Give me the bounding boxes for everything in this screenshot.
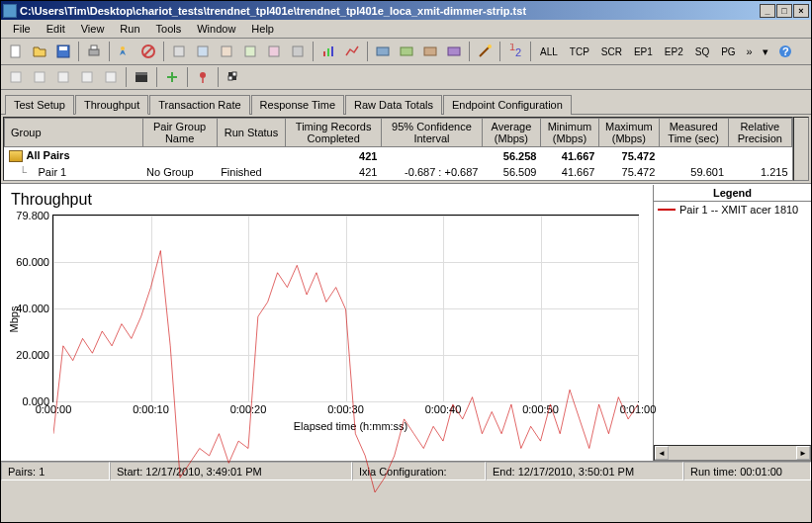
tab-transaction-rate[interactable]: Transaction Rate — [149, 95, 249, 115]
svg-rect-36 — [232, 72, 236, 76]
col-group[interactable]: Group — [5, 119, 143, 147]
tool-icon[interactable] — [29, 66, 50, 88]
svg-rect-11 — [245, 46, 255, 56]
results-grid[interactable]: Group Pair Group Name Run Status Timing … — [3, 117, 793, 181]
col-rel-precision[interactable]: Relative Precision — [728, 119, 791, 147]
chart-series-line — [53, 216, 638, 523]
toolbar-secondary — [1, 65, 811, 90]
svg-rect-4 — [91, 45, 97, 49]
table-row[interactable]: └Pair 1 No Group Finished 421 -0.687 : +… — [5, 164, 792, 180]
chart-icon[interactable] — [317, 41, 339, 62]
tab-raw-data-totals[interactable]: Raw Data Totals — [345, 95, 442, 115]
legend-item[interactable]: Pair 1 -- XMIT acer 1810 — [654, 202, 811, 218]
tool-icon[interactable] — [52, 66, 74, 88]
legend-color-swatch — [658, 209, 676, 211]
dropdown-icon[interactable]: ▾ — [759, 41, 772, 62]
menu-file[interactable]: File — [5, 21, 39, 37]
col-min[interactable]: Minimum (Mbps) — [540, 119, 598, 147]
tool-icon[interactable] — [263, 41, 285, 62]
col-pair-group[interactable]: Pair Group Name — [142, 119, 217, 147]
svg-line-7 — [144, 47, 152, 55]
run-icon[interactable] — [114, 41, 135, 62]
plus-icon[interactable] — [161, 66, 183, 88]
toolbar-main: 12 ALL TCP SCR EP1 EP2 SQ PG » ▾ ? — [1, 39, 811, 65]
svg-rect-32 — [135, 72, 147, 75]
legend-label: Pair 1 -- XMIT acer 1810 — [679, 204, 798, 216]
close-button[interactable]: × — [793, 4, 809, 18]
svg-text:2: 2 — [515, 46, 521, 58]
col-measured-time[interactable]: Measured Time (sec) — [659, 119, 728, 147]
chart-plot-area[interactable]: 0.00020.00040.00060.00079.8000:00:000:00… — [52, 215, 639, 402]
filter-ep1-button[interactable]: EP1 — [629, 41, 658, 62]
y-tick-label: 79.800 — [16, 210, 49, 221]
legend-title: Legend — [654, 185, 811, 202]
menu-tools[interactable]: Tools — [148, 21, 190, 37]
wizard-icon[interactable] — [474, 41, 496, 62]
svg-rect-14 — [323, 51, 325, 56]
filter-sq-button[interactable]: SQ — [690, 41, 714, 62]
svg-rect-2 — [59, 46, 67, 50]
svg-rect-31 — [135, 75, 147, 82]
flag-icon[interactable] — [223, 66, 244, 88]
help-icon[interactable]: ? — [774, 41, 796, 62]
col-confidence[interactable]: 95% Confidence Interval — [381, 119, 482, 147]
tool-icon[interactable] — [192, 41, 214, 62]
numbers-icon[interactable]: 12 — [504, 41, 526, 62]
tab-test-setup[interactable]: Test Setup — [5, 95, 74, 115]
tool-icon[interactable] — [168, 41, 190, 62]
print-icon[interactable] — [83, 41, 105, 62]
filter-all-button[interactable]: ALL — [535, 41, 563, 62]
menubar: File Edit View Run Tools Window Help — [1, 20, 811, 39]
col-timing-records[interactable]: Timing Records Completed — [286, 119, 382, 147]
svg-rect-19 — [424, 47, 436, 55]
chevron-icon[interactable]: » — [743, 41, 757, 62]
tab-response-time[interactable]: Response Time — [251, 95, 344, 115]
save-icon[interactable] — [52, 41, 74, 62]
filter-ep2-button[interactable]: EP2 — [660, 41, 688, 62]
maximize-button[interactable]: □ — [776, 4, 792, 18]
pin-icon[interactable] — [192, 66, 214, 88]
col-max[interactable]: Maximum (Mbps) — [598, 119, 659, 147]
svg-rect-37 — [228, 76, 232, 80]
export-icon[interactable] — [419, 41, 441, 62]
tool-icon[interactable] — [239, 41, 261, 62]
minimize-button[interactable]: _ — [760, 4, 775, 18]
legend-scrollbar[interactable]: ◄ ► — [654, 445, 811, 461]
export-icon[interactable] — [443, 41, 465, 62]
stop-icon[interactable] — [137, 41, 159, 62]
tool-icon[interactable] — [100, 66, 122, 88]
scroll-left-icon[interactable]: ◄ — [655, 446, 669, 460]
export-icon[interactable] — [396, 41, 417, 62]
menu-run[interactable]: Run — [112, 21, 147, 37]
tree-connector-icon: └ — [9, 166, 39, 178]
menu-edit[interactable]: Edit — [39, 21, 73, 37]
clapper-icon[interactable] — [131, 66, 152, 88]
tool-icon[interactable] — [5, 66, 27, 88]
menu-help[interactable]: Help — [243, 21, 282, 37]
svg-rect-8 — [174, 46, 184, 56]
new-icon[interactable] — [5, 41, 27, 62]
menu-view[interactable]: View — [73, 21, 113, 37]
col-run-status[interactable]: Run Status — [217, 119, 286, 147]
filter-scr-button[interactable]: SCR — [596, 41, 627, 62]
open-icon[interactable] — [29, 41, 50, 62]
tab-endpoint-config[interactable]: Endpoint Configuration — [443, 95, 572, 115]
menu-window[interactable]: Window — [189, 21, 243, 37]
y-tick-label: 40.000 — [16, 303, 49, 314]
y-tick-label: 20.000 — [16, 349, 49, 361]
grid-scrollbar[interactable] — [793, 117, 809, 181]
col-avg[interactable]: Average (Mbps) — [482, 119, 540, 147]
grid-header-row: Group Pair Group Name Run Status Timing … — [5, 119, 792, 147]
tool-icon[interactable] — [76, 66, 98, 88]
scroll-right-icon[interactable]: ► — [796, 446, 810, 460]
chart-icon[interactable] — [341, 41, 363, 62]
export-icon[interactable] — [372, 41, 394, 62]
throughput-chart: Throughput Mbps 0.00020.00040.00060.0007… — [1, 185, 653, 461]
table-row[interactable]: All Pairs 421 56.258 41.667 75.472 — [5, 147, 792, 165]
filter-pg-button[interactable]: PG — [716, 41, 740, 62]
svg-point-21 — [488, 44, 492, 48]
tool-icon[interactable] — [216, 41, 237, 62]
tool-icon[interactable] — [287, 41, 309, 62]
tab-throughput[interactable]: Throughput — [75, 95, 148, 115]
filter-tcp-button[interactable]: TCP — [565, 41, 594, 62]
